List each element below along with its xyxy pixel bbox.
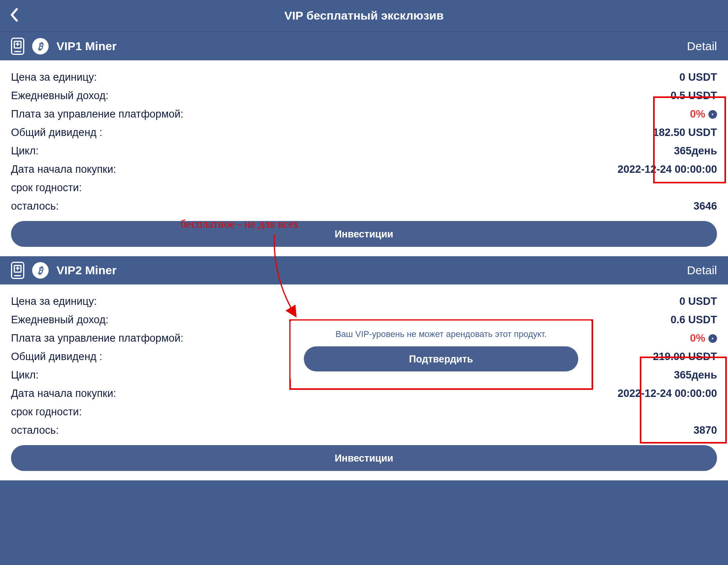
confirm-button[interactable]: Подтвердить — [304, 346, 578, 371]
row-label: Цена за единицу: — [11, 71, 97, 83]
row-label: Общий дивиденд : — [11, 351, 102, 363]
row-value: 219.00 USDT — [653, 351, 717, 363]
row-label: Ежедневный доход: — [11, 90, 109, 102]
top-bar: VIP бесплатный эксклюзив — [0, 0, 728, 32]
row-value: 0% — [690, 108, 717, 120]
invest-button[interactable]: Инвестиции — [11, 221, 717, 247]
row-label: осталось: — [11, 424, 59, 436]
modal-dialog: Ваш VIP-уровень не может арендовать этот… — [290, 321, 592, 380]
info-icon[interactable] — [708, 110, 717, 119]
page-title: VIP бесплатный эксклюзив — [0, 9, 728, 22]
row-value: 0 USDT — [679, 295, 717, 308]
row-label: срок годности: — [11, 406, 82, 418]
row-value: 0 USDT — [679, 71, 717, 83]
row-value: 0.5 USDT — [670, 90, 717, 102]
bitcoin-icon: ₿ — [32, 262, 49, 279]
detail-link[interactable]: Detail — [687, 40, 717, 53]
row-label: Плата за управление платформой: — [11, 108, 183, 120]
row-label: Цикл: — [11, 369, 38, 381]
modal-message: Ваш VIP-уровень не может арендовать этот… — [290, 321, 592, 346]
card-body: Цена за единицу:0 USDT Ежедневный доход:… — [0, 60, 728, 256]
card-body: Цена за единицу:0 USDT Ежедневный доход:… — [0, 284, 728, 480]
annotation-text: бесплатное - не для всех — [180, 217, 299, 230]
miner-icon: ✚ — [11, 38, 24, 55]
info-icon[interactable] — [708, 334, 717, 343]
miner-icon: ✚ — [11, 262, 24, 279]
detail-link[interactable]: Detail — [687, 264, 717, 277]
card-title: VIP2 Miner — [56, 264, 116, 277]
row-label: срок годности: — [11, 182, 82, 194]
row-label: осталось: — [11, 200, 59, 212]
row-value: 3870 — [694, 424, 717, 436]
bitcoin-icon: ₿ — [32, 38, 49, 54]
row-label: Дата начала покупки: — [11, 388, 116, 400]
card-head: ✚ ₿ VIP1 Miner Detail — [0, 32, 728, 60]
card-head: ✚ ₿ VIP2 Miner Detail — [0, 256, 728, 284]
row-value: 365день — [674, 369, 717, 381]
row-label: Плата за управление платформой: — [11, 332, 183, 344]
miner-card-1: ✚ ₿ VIP1 Miner Detail Цена за единицу:0 … — [0, 32, 728, 256]
card-title: VIP1 Miner — [56, 40, 116, 53]
row-label: Ежедневный доход: — [11, 314, 109, 326]
row-value: 0% — [690, 332, 717, 344]
row-label: Дата начала покупки: — [11, 163, 116, 176]
invest-button[interactable]: Инвестиции — [11, 445, 717, 471]
row-label: Цена за единицу: — [11, 295, 97, 308]
row-value: 182.50 USDT — [653, 127, 717, 139]
row-label: Цикл: — [11, 145, 38, 157]
row-label: Общий дивиденд : — [11, 127, 102, 139]
row-value: 3646 — [694, 200, 717, 212]
row-value: 365день — [674, 145, 717, 157]
back-button[interactable] — [10, 8, 18, 23]
row-value: 2022-12-24 00:00:00 — [617, 388, 717, 400]
row-value: 2022-12-24 00:00:00 — [617, 163, 717, 176]
row-value: 0.6 USDT — [670, 314, 717, 326]
